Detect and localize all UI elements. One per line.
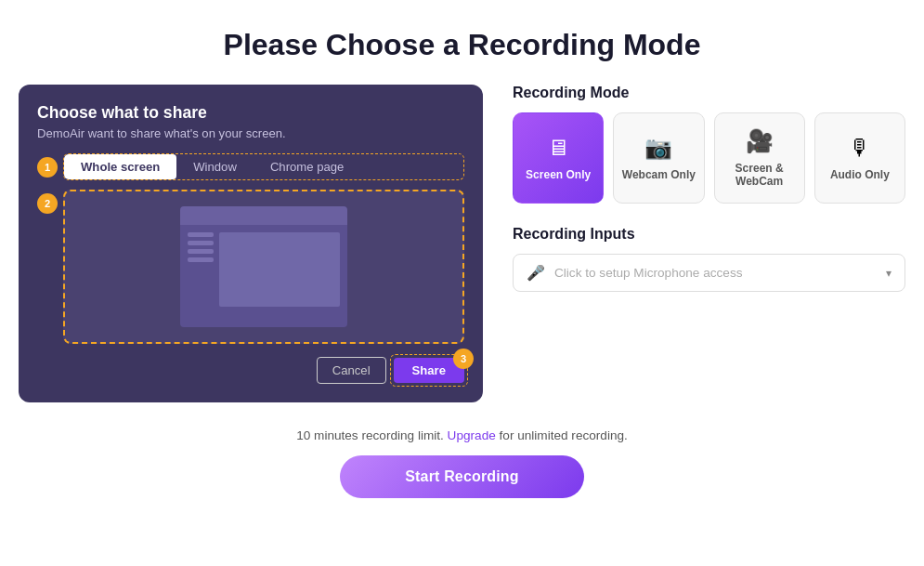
step3-badge: 3 — [453, 349, 474, 369]
tab-bar: Whole screen Window Chrome page — [63, 153, 464, 180]
mock-body — [180, 225, 347, 314]
bottom-area: 10 minutes recording limit. Upgrade for … — [19, 428, 905, 498]
audio-only-icon: 🎙 — [849, 135, 871, 161]
step1-badge: 1 — [37, 157, 58, 178]
screen-only-label: Screen Only — [526, 168, 591, 181]
dialog-title: Choose what to share — [37, 103, 464, 123]
start-recording-button[interactable]: Start Recording — [340, 455, 583, 498]
mock-line-2 — [188, 241, 214, 245]
recording-inputs-section: Recording Inputs 🎤 Click to setup Microp… — [513, 226, 905, 292]
dialog-subtitle: DemoAir want to share what's on your scr… — [37, 126, 464, 140]
webcam-only-icon: 📷 — [644, 135, 672, 161]
limit-suffix: for unlimited recording. — [496, 428, 628, 442]
dialog-footer: Cancel 3 Share — [37, 357, 464, 384]
microphone-dropdown[interactable]: 🎤 Click to setup Microphone access ▾ — [513, 254, 905, 292]
mock-content — [219, 232, 340, 307]
microphone-placeholder: Click to setup Microphone access — [554, 266, 877, 280]
mock-line-1 — [188, 232, 214, 237]
mock-header — [180, 206, 347, 225]
chevron-down-icon: ▾ — [886, 267, 891, 280]
mode-webcam-only[interactable]: 📷 Webcam Only — [613, 112, 704, 204]
recording-mode-label: Recording Mode — [513, 85, 905, 101]
step2-badge: 2 — [37, 193, 58, 214]
tab-bar-wrapper: 1 Whole screen Window Chrome page — [37, 153, 464, 180]
screen-share-panel: Choose what to share DemoAir want to sha… — [19, 85, 483, 402]
preview-area[interactable] — [63, 190, 464, 344]
page-title: Please Choose a Recording Mode — [224, 28, 701, 62]
screen-webcam-icon: 🎥 — [746, 128, 774, 154]
screen-only-icon: 🖥 — [547, 135, 569, 161]
mode-screen-only[interactable]: 🖥 Screen Only — [513, 112, 604, 204]
mode-audio-only[interactable]: 🎙 Audio Only — [814, 112, 905, 204]
screen-mock — [180, 206, 347, 327]
tab-whole-screen[interactable]: Whole screen — [64, 154, 176, 179]
microphone-icon: 🎤 — [527, 264, 545, 282]
limit-text: 10 minutes recording limit. Upgrade for … — [296, 428, 628, 442]
main-content: Choose what to share DemoAir want to sha… — [19, 85, 905, 402]
tab-chrome-page[interactable]: Chrome page — [254, 154, 360, 179]
screen-webcam-label: Screen & WebCam — [722, 162, 797, 188]
audio-only-label: Audio Only — [830, 168, 890, 181]
limit-prefix: 10 minutes recording limit. — [296, 428, 447, 442]
preview-wrapper: 2 — [37, 190, 464, 344]
recording-modes: 🖥 Screen Only 📷 Webcam Only 🎥 Screen & W… — [513, 112, 905, 204]
share-btn-wrapper: 3 Share — [394, 358, 464, 383]
mode-screen-webcam[interactable]: 🎥 Screen & WebCam — [714, 112, 805, 204]
tab-window[interactable]: Window — [176, 154, 254, 179]
webcam-only-label: Webcam Only — [622, 168, 696, 181]
cancel-button[interactable]: Cancel — [317, 357, 386, 384]
recording-inputs-label: Recording Inputs — [513, 226, 905, 243]
mock-line-4 — [188, 257, 214, 262]
right-panel: Recording Mode 🖥 Screen Only 📷 Webcam On… — [513, 85, 905, 292]
upgrade-link[interactable]: Upgrade — [448, 428, 496, 442]
mock-line-3 — [188, 249, 214, 254]
mock-sidebar — [188, 232, 214, 307]
